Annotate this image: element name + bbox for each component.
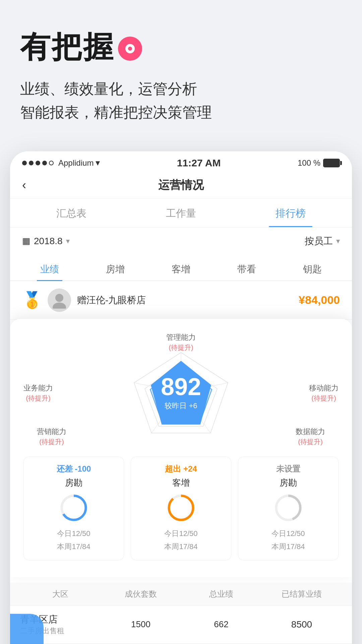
- phone-screen: Applidium ▾ 11:27 AM 100 % ‹ 运营情况 汇总表 工作…: [10, 151, 352, 644]
- subtab-client-increase[interactable]: 客增: [168, 258, 194, 280]
- radar-label-bottom-right: 数据能力 (待提升): [296, 427, 325, 446]
- nav-title: 运营情况: [158, 177, 204, 193]
- tab-workload[interactable]: 工作量: [159, 199, 203, 227]
- ring-chart-3: [273, 493, 303, 523]
- prog-diff-3: 未设置: [244, 464, 333, 474]
- signal-dot-3: [36, 161, 40, 165]
- progress-card-1: 还差 -100 房勘 今日12/50 本周17/84: [23, 457, 124, 560]
- prog-stats-3: 今日12/50 本周17/84: [244, 527, 333, 553]
- prog-type-1: 房勘: [29, 477, 118, 489]
- radar-label-bottom-left: 营销能力 (待提升): [37, 427, 66, 446]
- signal-dot-5: [49, 161, 54, 165]
- status-bar: Applidium ▾ 11:27 AM 100 %: [10, 151, 352, 172]
- filter-date[interactable]: ▦ 2018.8 ▾: [22, 236, 70, 247]
- prog-type-2: 客增: [136, 477, 226, 489]
- status-left: Applidium ▾: [22, 158, 100, 168]
- signal-dots: [22, 161, 54, 165]
- phone-mockup: Applidium ▾ 11:27 AM 100 % ‹ 运营情况 汇总表 工作…: [10, 151, 352, 644]
- ring-chart-1: [59, 493, 89, 523]
- nav-header: ‹ 运营情况: [10, 172, 352, 199]
- wifi-icon: ▾: [96, 158, 100, 168]
- signal-dot-2: [29, 161, 34, 165]
- th-total: 总业绩: [181, 589, 261, 599]
- rank-name-1: 赠汪伦-九眼桥店: [77, 294, 299, 307]
- chevron-down-icon-2: ▾: [336, 237, 340, 246]
- subtab-tour[interactable]: 带看: [234, 258, 259, 280]
- rank-avatar-1: [48, 288, 71, 312]
- signal-dot-4: [42, 161, 47, 165]
- prog-ring-2: [166, 493, 196, 523]
- prog-stats-2: 今日12/50 本周17/84: [136, 527, 226, 553]
- progress-card-3: 未设置 房勘 今日12/50 本周17/84: [238, 457, 339, 560]
- app-logo-icon: [118, 37, 142, 61]
- prog-diff-2: 超出 +24: [136, 464, 226, 474]
- th-deals: 成伙套数: [101, 589, 181, 599]
- filter-date-label: 2018.8: [34, 236, 63, 247]
- rank-amount-1: ¥84,000: [299, 293, 340, 307]
- ranking-row-1[interactable]: 🥇 赠汪伦-九眼桥店 ¥84,000: [10, 281, 352, 320]
- battery-fill: [324, 159, 339, 167]
- svg-point-3: [55, 294, 63, 302]
- subtab-performance[interactable]: 业绩: [37, 258, 62, 280]
- blue-decor: [10, 614, 44, 644]
- filter-group[interactable]: 按员工 ▾: [305, 235, 340, 248]
- back-button[interactable]: ‹: [22, 178, 26, 192]
- hero-subtitle: 业绩、绩效量化，运管分析 智能报表，精准把控决策管理: [20, 77, 342, 124]
- carrier-label: Applidium: [58, 158, 94, 168]
- subtab-house-increase[interactable]: 房增: [103, 258, 128, 280]
- svg-point-17: [169, 496, 193, 520]
- tab-ranking[interactable]: 排行榜: [269, 199, 312, 227]
- hero-title: 有把握: [20, 27, 115, 68]
- radar-label-left: 业务能力 (待提升): [23, 383, 53, 402]
- prog-stats-1: 今日12/50 本周17/84: [29, 527, 118, 553]
- prog-type-3: 房勘: [244, 477, 333, 489]
- subtab-key[interactable]: 钥匙: [300, 258, 325, 280]
- prog-diff-1: 还差 -100: [29, 464, 118, 474]
- ring-chart-2: [166, 493, 196, 523]
- radar-card: 管理能力 (待提升) 业务能力 (待提升) 移动能力 (待提升) 营销能力 (待…: [10, 319, 352, 577]
- svg-point-4: [53, 303, 66, 309]
- td-col3: 662: [181, 619, 261, 630]
- prog-ring-1: [59, 493, 89, 523]
- rank-badge-1: 🥇: [22, 291, 42, 310]
- table-section: 大区 成伙套数 总业绩 已结算业绩 青羊区店 二手房出售租 1500 662 8…: [10, 583, 352, 644]
- battery-icon: [323, 159, 340, 167]
- hero-section: 有把握 业绩、绩效量化，运管分析 智能报表，精准把控决策管理: [0, 0, 362, 138]
- status-right: 100 %: [298, 158, 340, 168]
- status-time: 11:27 AM: [177, 157, 221, 169]
- th-region: 大区: [20, 589, 101, 599]
- radar-label-right: 移动能力 (待提升): [309, 383, 339, 402]
- main-tabs: 汇总表 工作量 排行榜: [10, 199, 352, 227]
- hero-title-row: 有把握: [20, 27, 342, 68]
- table-header: 大区 成伙套数 总业绩 已结算业绩: [10, 583, 352, 606]
- filter-group-label: 按员工: [305, 235, 333, 248]
- radar-container: 管理能力 (待提升) 业务能力 (待提升) 移动能力 (待提升) 营销能力 (待…: [20, 329, 342, 457]
- battery-percent: 100 %: [298, 158, 320, 168]
- tab-summary[interactable]: 汇总表: [50, 199, 93, 227]
- sub-tabs: 业绩 房增 客增 带看 钥匙: [10, 255, 352, 281]
- svg-point-2: [128, 47, 132, 51]
- th-settled: 已结算业绩: [261, 589, 342, 599]
- td-col2: 1500: [101, 619, 181, 630]
- score-number: 892: [161, 375, 201, 399]
- progress-cards: 还差 -100 房勘 今日12/50 本周17/84 超出: [20, 457, 342, 567]
- chevron-down-icon: ▾: [66, 237, 70, 246]
- score-label: 较昨日 +6: [165, 401, 197, 411]
- table-row[interactable]: 青羊区店 二手房出售租 1500 662 8500: [10, 606, 352, 644]
- filter-row: ▦ 2018.8 ▾ 按员工 ▾: [10, 227, 352, 255]
- calendar-icon: ▦: [22, 236, 31, 246]
- avatar-icon: [51, 292, 68, 309]
- td-col4: 8500: [261, 619, 342, 630]
- signal-dot-1: [22, 161, 27, 165]
- progress-card-2: 超出 +24 客增 今日12/50 本周17/84: [131, 457, 231, 560]
- prog-ring-3: [273, 493, 303, 523]
